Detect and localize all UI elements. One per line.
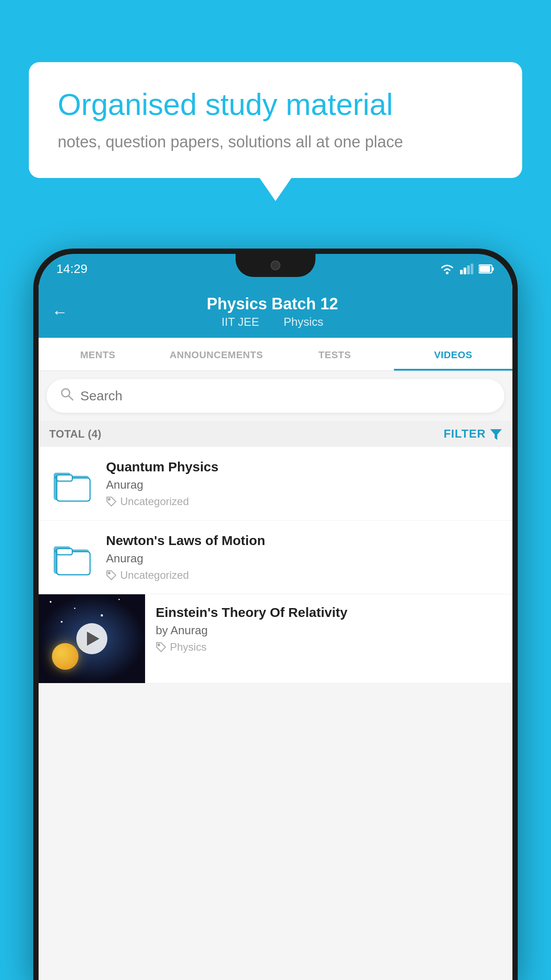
- list-item[interactable]: Newton's Laws of Motion Anurag Uncategor…: [39, 521, 512, 594]
- thumbnail-bg: [39, 594, 145, 683]
- tag-icon: [106, 496, 117, 507]
- speech-bubble-container: Organised study material notes, question…: [29, 62, 522, 178]
- tab-tests[interactable]: TESTS: [276, 338, 394, 371]
- tag-label-2: Uncategorized: [120, 569, 189, 581]
- video-author-3: by Anurag: [156, 624, 502, 637]
- svg-rect-2: [464, 268, 466, 274]
- svg-point-20: [108, 572, 110, 574]
- speech-bubble: Organised study material notes, question…: [29, 62, 522, 178]
- svg-point-21: [158, 644, 160, 646]
- signal-icon: [460, 264, 473, 274]
- header-subtitle-physics: Physics: [283, 315, 323, 328]
- video-title-3: Einstein's Theory Of Relativity: [156, 605, 502, 620]
- filter-label: FILTER: [444, 427, 486, 441]
- status-icons: [440, 263, 495, 275]
- total-label: TOTAL (4): [49, 428, 102, 440]
- video-list: Quantum Physics Anurag Uncategorized: [39, 447, 512, 684]
- svg-rect-1: [460, 270, 463, 274]
- phone-inner: 14:29: [39, 254, 512, 980]
- app-content: ← Physics Batch 12 IIT JEE Physics MENTS…: [39, 284, 512, 980]
- list-item[interactable]: Einstein's Theory Of Relativity by Anura…: [39, 594, 512, 684]
- play-triangle-icon: [87, 632, 99, 646]
- filter-button[interactable]: FILTER: [444, 427, 502, 441]
- tabs: MENTS ANNOUNCEMENTS TESTS VIDEOS: [39, 338, 512, 371]
- video-title-2: Newton's Laws of Motion: [106, 533, 502, 548]
- video-info-1: Quantum Physics Anurag Uncategorized: [106, 459, 502, 508]
- search-icon: [60, 387, 74, 405]
- video-tag-1: Uncategorized: [106, 495, 502, 508]
- video-tag-2: Uncategorized: [106, 569, 502, 581]
- camera: [271, 261, 280, 270]
- bubble-title: Organised study material: [58, 87, 493, 123]
- folder-thumb-1: [49, 462, 94, 506]
- header-subtitle-iit: IIT JEE: [221, 315, 259, 328]
- tag-label-1: Uncategorized: [120, 495, 189, 508]
- tab-ments[interactable]: MENTS: [39, 338, 157, 371]
- list-item[interactable]: Quantum Physics Anurag Uncategorized: [39, 447, 512, 521]
- folder-icon: [51, 538, 91, 576]
- video-author-2: Anurag: [106, 552, 502, 565]
- tab-videos[interactable]: VIDEOS: [394, 338, 512, 371]
- video-tag-3: Physics: [156, 641, 502, 653]
- tag-label-3: Physics: [170, 641, 207, 653]
- status-time: 14:29: [56, 262, 87, 276]
- svg-line-9: [69, 396, 73, 400]
- search-input[interactable]: [80, 388, 491, 403]
- svg-rect-14: [57, 475, 72, 481]
- battery-icon: [479, 264, 495, 274]
- video-info-3: Einstein's Theory Of Relativity by Anura…: [145, 594, 512, 664]
- header-title: Physics Batch 12: [77, 295, 468, 313]
- app-header: ← Physics Batch 12 IIT JEE Physics: [39, 284, 512, 338]
- svg-rect-3: [467, 265, 470, 274]
- filter-funnel-icon: [490, 428, 502, 440]
- tag-icon: [106, 570, 117, 581]
- svg-point-15: [108, 498, 110, 500]
- svg-rect-6: [480, 266, 490, 272]
- back-button[interactable]: ←: [52, 303, 68, 321]
- video-title-1: Quantum Physics: [106, 459, 502, 474]
- filter-row: TOTAL (4) FILTER: [39, 421, 512, 447]
- svg-point-0: [446, 272, 449, 274]
- notch: [236, 254, 315, 277]
- svg-rect-7: [492, 267, 494, 271]
- tag-icon: [156, 642, 166, 652]
- folder-icon: [51, 465, 91, 502]
- video-info-2: Newton's Laws of Motion Anurag Uncategor…: [106, 533, 502, 581]
- search-bar[interactable]: [47, 379, 504, 413]
- folder-thumb-2: [49, 535, 94, 580]
- svg-rect-19: [57, 549, 72, 555]
- header-subtitle: IIT JEE Physics: [77, 315, 468, 329]
- svg-rect-4: [471, 264, 473, 274]
- wifi-icon: [440, 263, 455, 275]
- phone-frame: 14:29: [33, 249, 518, 980]
- bubble-subtitle: notes, question papers, solutions all at…: [58, 133, 493, 151]
- tab-announcements[interactable]: ANNOUNCEMENTS: [157, 338, 276, 371]
- video-author-1: Anurag: [106, 478, 502, 492]
- svg-marker-10: [490, 429, 502, 440]
- video-thumbnail-3: [39, 594, 145, 683]
- header-title-block: Physics Batch 12 IIT JEE Physics: [77, 295, 468, 329]
